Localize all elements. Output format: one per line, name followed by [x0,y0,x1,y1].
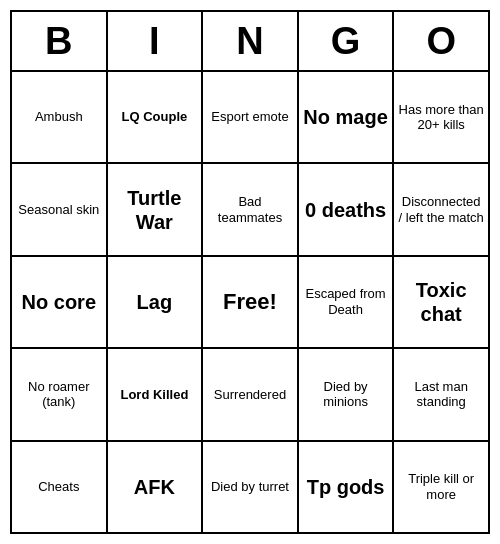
bingo-row-0: AmbushLQ CoupleEsport emoteNo mageHas mo… [12,72,488,164]
header-letter-N: N [203,12,299,70]
bingo-cell-0-4: Has more than 20+ kills [394,72,488,162]
bingo-cell-1-3: 0 deaths [299,164,395,254]
bingo-cell-3-4: Last man standing [394,349,488,439]
bingo-grid: AmbushLQ CoupleEsport emoteNo mageHas mo… [12,72,488,532]
bingo-cell-4-0: Cheats [12,442,108,532]
header-letter-G: G [299,12,395,70]
bingo-header: BINGO [12,12,488,72]
header-letter-B: B [12,12,108,70]
bingo-cell-1-0: Seasonal skin [12,164,108,254]
bingo-cell-3-1: Lord Killed [108,349,204,439]
bingo-row-1: Seasonal skinTurtle WarBad teammates0 de… [12,164,488,256]
bingo-cell-0-2: Esport emote [203,72,299,162]
bingo-row-4: CheatsAFKDied by turretTp godsTriple kil… [12,442,488,532]
bingo-cell-2-2: Free! [203,257,299,347]
bingo-row-2: No coreLagFree!Escaped from DeathToxic c… [12,257,488,349]
bingo-cell-4-4: Triple kill or more [394,442,488,532]
bingo-card: BINGO AmbushLQ CoupleEsport emoteNo mage… [10,10,490,534]
bingo-cell-2-3: Escaped from Death [299,257,395,347]
bingo-cell-3-0: No roamer (tank) [12,349,108,439]
bingo-cell-3-3: Died by minions [299,349,395,439]
bingo-cell-3-2: Surrendered [203,349,299,439]
bingo-cell-4-3: Tp gods [299,442,395,532]
bingo-cell-4-1: AFK [108,442,204,532]
bingo-row-3: No roamer (tank)Lord KilledSurrenderedDi… [12,349,488,441]
header-letter-I: I [108,12,204,70]
bingo-cell-2-0: No core [12,257,108,347]
bingo-cell-1-4: Disconnected / left the match [394,164,488,254]
bingo-cell-2-1: Lag [108,257,204,347]
bingo-cell-0-3: No mage [299,72,395,162]
bingo-cell-0-0: Ambush [12,72,108,162]
bingo-cell-2-4: Toxic chat [394,257,488,347]
bingo-cell-4-2: Died by turret [203,442,299,532]
bingo-cell-1-2: Bad teammates [203,164,299,254]
bingo-cell-0-1: LQ Couple [108,72,204,162]
bingo-cell-1-1: Turtle War [108,164,204,254]
header-letter-O: O [394,12,488,70]
